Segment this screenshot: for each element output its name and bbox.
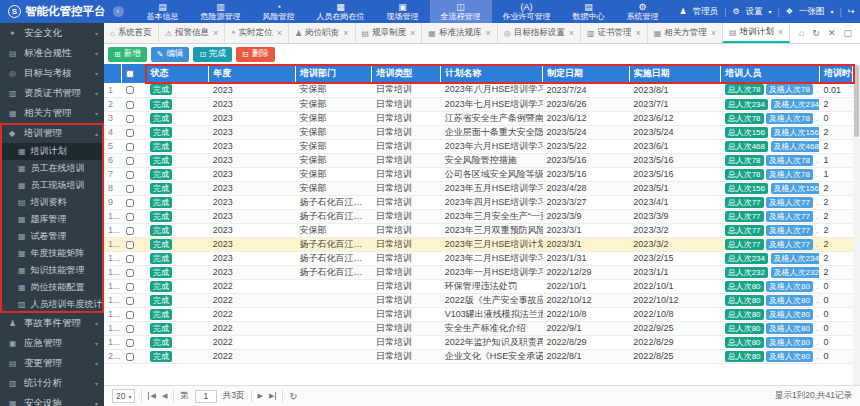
col-made-date[interactable]: 制定日期 [543, 64, 630, 83]
tabbar-home-icon[interactable]: ⌂ [799, 28, 804, 38]
tab-item[interactable]: ▦ 相关方管理 × [648, 23, 723, 43]
tab-close-icon[interactable]: × [635, 28, 640, 38]
row-checkbox[interactable] [126, 185, 134, 193]
tab-item[interactable]: ◎ 目标指标设置 × [498, 23, 581, 43]
tab-close-icon[interactable]: × [277, 28, 282, 38]
sidebar-item[interactable]: ▤ 变更管理 ▾ [0, 353, 104, 373]
tabbar-fullscreen-icon[interactable]: ▢ [843, 28, 852, 38]
sidebar-subitem[interactable]: ▤ 培训资料 [0, 194, 104, 211]
col-year[interactable]: 年度 [209, 64, 296, 83]
row-checkbox[interactable] [126, 311, 134, 319]
table-row[interactable]: 1... 完成 2022 日常培训 V103罐出液线模拟法兰泄漏事故 2022/… [104, 307, 853, 321]
tab-close-icon[interactable]: × [711, 28, 716, 38]
table-row[interactable]: 4 完成 2023 安保部 日常培训 企业层面十条重大安全隐患及判定… 2023… [104, 125, 853, 139]
refresh-icon[interactable]: ↻ [289, 391, 297, 402]
col-status[interactable]: 状态 [146, 64, 209, 83]
sidebar-subitem[interactable]: ▦ 题库管理 [0, 211, 104, 228]
prev-page-button[interactable]: ◀ [162, 392, 167, 400]
table-row[interactable]: 1... 完成 2022 日常培训 2022年监护知识及职责再培训 2022/8… [104, 335, 853, 349]
sidebar-item[interactable]: ▥ 资质证书管理 ▾ [0, 83, 104, 103]
topbar-menu-item[interactable]: (A) 作业许可管理 [492, 0, 562, 23]
table-row[interactable]: 1... 完成 2022 日常培训 环保管理违法处罚 2022/10/1 202… [104, 279, 853, 293]
row-checkbox[interactable] [126, 171, 134, 179]
select-all-checkbox[interactable] [126, 70, 134, 78]
topbar-menu-item[interactable]: ⚙ 系统管理 [616, 0, 670, 23]
page-size-select[interactable]: 20▾ [112, 389, 135, 403]
row-checkbox[interactable] [126, 157, 134, 165]
add-button[interactable]: ⊞新增 [108, 47, 147, 62]
table-row[interactable]: 1... 完成 2023 安保部 日常培训 2023年三月双重预防风险辨识暨… … [104, 223, 853, 237]
row-checkbox[interactable] [126, 353, 134, 361]
col-hours[interactable]: 培训时长 [819, 64, 852, 83]
sidebar-item[interactable]: ▣ 应急管理 ▾ [0, 333, 104, 353]
last-page-button[interactable]: ▶ [269, 392, 276, 400]
delete-button[interactable]: ⊟删除 [236, 47, 275, 62]
table-row[interactable]: 7 完成 2023 安保部 日常培训 公司各区域安全风险等级辨识 2023/5/… [104, 167, 853, 181]
topbar-menu-item[interactable]: ◫ 全流程管理 [430, 0, 492, 23]
table-row[interactable]: 1... 完成 2022 日常培训 2022版《生产安全事故应急预案》 2022… [104, 293, 853, 307]
sidebar-item[interactable]: ▦ 安全设施 ▾ [0, 393, 104, 406]
row-checkbox[interactable] [126, 143, 134, 151]
sidebar-item[interactable]: ▤ 标准合规性 ▾ [0, 43, 104, 63]
row-checkbox[interactable] [126, 86, 134, 94]
sidebar-subitem[interactable]: ▦ 知识技能管理 [0, 262, 104, 279]
sidebar-subitem[interactable]: ▦ 试卷管理 [0, 228, 104, 245]
tabbar-close-icon[interactable]: ✕ [828, 28, 836, 38]
tab-close-icon[interactable]: × [778, 27, 783, 37]
table-row[interactable]: 6 完成 2023 安保部 日常培训 安全风险管控措施 2023/5/16 20… [104, 153, 853, 167]
sidebar-item[interactable]: ♟ 事故事件管理 ▾ [0, 313, 104, 333]
row-checkbox[interactable] [126, 227, 134, 235]
topbar-menu-item[interactable]: ▥ 危险源管理 [190, 0, 252, 23]
tab-item[interactable]: ▤ 规章制度 × [356, 23, 423, 43]
table-row[interactable]: 1... 完成 2023 扬子石化百江… 日常培训 2023年三月HSE培训计划… [104, 237, 853, 251]
table-row[interactable]: 1... 完成 2023 扬子石化百江… 日常培训 2023年三月安全生产“一查… [104, 209, 853, 223]
tab-item[interactable]: ♟ 岗位职责 × [289, 23, 355, 43]
row-checkbox[interactable] [126, 339, 134, 347]
settings-menu[interactable]: 设置 [746, 6, 763, 18]
col-impl-date[interactable]: 实施日期 [629, 64, 720, 83]
col-trainees[interactable]: 培训人员 [721, 64, 820, 83]
tab-close-icon[interactable]: × [213, 28, 218, 38]
vertical-scrollbar[interactable] [853, 64, 860, 385]
tab-item[interactable]: ⌂ 系统首页 [104, 23, 159, 43]
sidebar-subitem[interactable]: ▦ 员工在线培训 [0, 160, 104, 177]
topbar-menu-item[interactable]: ▣ 现场管理 [376, 0, 430, 23]
tab-item[interactable]: ▤ 培训计划 × [723, 23, 790, 43]
table-row[interactable]: 2... 完成 2022 日常培训 企业文化《HSE安全承诺》 2022/8/1… [104, 349, 853, 363]
first-page-button[interactable]: ◀ [148, 392, 155, 400]
tab-item[interactable]: ⌖ 实时定位 × [225, 23, 289, 43]
tab-close-icon[interactable]: × [569, 28, 574, 38]
tab-close-icon[interactable]: × [410, 28, 415, 38]
tab-close-icon[interactable]: × [485, 28, 490, 38]
edit-button[interactable]: ✎编辑 [151, 47, 190, 62]
sidebar-item[interactable]: ▦ 相关方管理 ▾ [0, 103, 104, 123]
sidebar-subitem[interactable]: ▨ 人员培训年度统计 [0, 296, 104, 313]
table-row[interactable]: 1... 完成 2023 扬子石化百江… 日常培训 2023年二月HSE培训学习… [104, 251, 853, 265]
col-plan-name[interactable]: 计划名称 [441, 64, 543, 83]
row-checkbox[interactable] [126, 297, 134, 305]
row-checkbox[interactable] [126, 255, 134, 263]
one-map-menu[interactable]: 一张图 [799, 6, 825, 18]
sidebar-item[interactable]: ✦ 安全文化 ▾ [0, 23, 104, 43]
table-row[interactable]: 1... 完成 2022 日常培训 安全生产标准化介绍 2022/9/1 202… [104, 321, 853, 335]
table-row[interactable]: 8 完成 2023 安保部 日常培训 2023年五月HSE培训学习计划 2023… [104, 181, 853, 195]
admin-label[interactable]: 管理员 [693, 6, 719, 18]
row-checkbox[interactable] [126, 213, 134, 221]
sidebar-subitem[interactable]: ▦ 岗位技能配置 [0, 279, 104, 296]
sidebar-item[interactable]: ◎ 目标与考核 ▾ [0, 63, 104, 83]
topbar-menu-item[interactable]: ▦ 人员在岗在位 [306, 0, 376, 23]
table-row[interactable]: 2 完成 2023 安保部 日常培训 2023年七月HSE培训学习计划 2023… [104, 97, 853, 111]
table-row[interactable]: 1... 完成 2023 扬子石化百江… 日常培训 2023年一月HSE培训学习… [104, 265, 853, 279]
complete-button[interactable]: ⊡完成 [193, 47, 232, 62]
row-checkbox[interactable] [126, 101, 134, 109]
tab-item[interactable]: ▦ 标准法规库 × [422, 23, 497, 43]
row-checkbox[interactable] [126, 129, 134, 137]
col-type[interactable]: 培训类型 [372, 64, 441, 83]
table-row[interactable]: 1 完成 2023 安保部 日常培训 2023年八月HSE培训学习计划 2023… [104, 83, 853, 97]
tab-close-icon[interactable]: × [343, 28, 348, 38]
scrollbar-thumb[interactable] [854, 65, 859, 137]
next-page-button[interactable]: ▶ [258, 392, 263, 400]
tab-item[interactable]: ⚠ 报警信息 × [159, 23, 225, 43]
row-checkbox[interactable] [126, 269, 134, 277]
topbar-menu-item[interactable]: ▤ 数据中心 [562, 0, 616, 23]
